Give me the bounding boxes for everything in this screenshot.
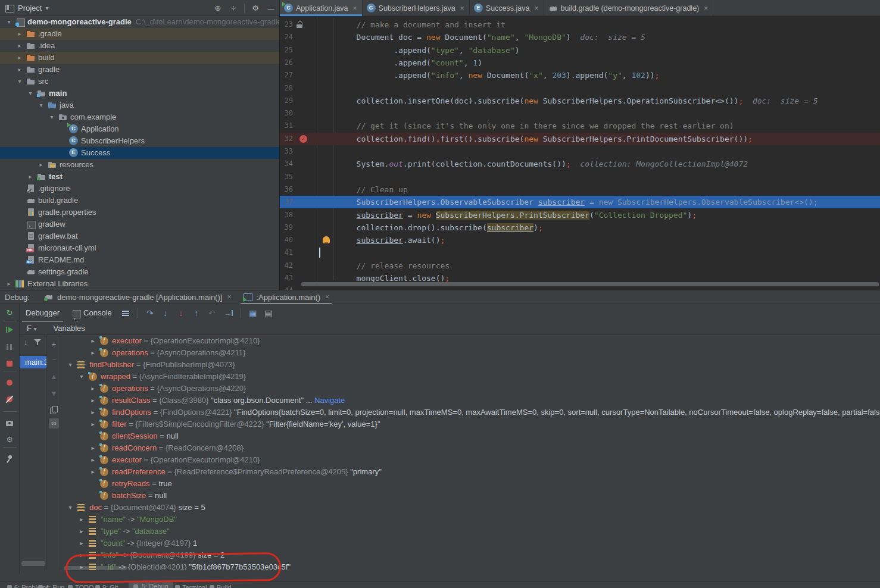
tree-row-success[interactable]: ESuccess <box>0 147 279 159</box>
code-line-42[interactable]: 42 // release resources <box>280 259 880 272</box>
toolwindow-button-5-debug[interactable]: 5: Debug <box>129 582 173 588</box>
variable-row-filter[interactable]: ▸ffilter = {Filters$SimpleEncodingFilter… <box>61 418 880 430</box>
pin-icon[interactable] <box>5 454 14 464</box>
move-up-icon[interactable]: ▲ <box>49 372 59 382</box>
code-line-30[interactable]: 30 <box>280 107 880 120</box>
scroll-down-icon[interactable]: ↓ <box>21 337 30 347</box>
thread-selector[interactable]: F ▾ <box>27 324 37 333</box>
chevron-down-icon[interactable]: ▾ <box>37 99 45 111</box>
filter-funnel-icon[interactable] <box>33 337 42 347</box>
chevron-right-icon[interactable]: ▸ <box>5 278 13 290</box>
chevron-right-icon[interactable]: ▸ <box>89 466 96 478</box>
editor-tab-build-gradle[interactable]: build.gradle (demo-mongoreactive-gradle)… <box>544 0 714 16</box>
tree-row-application[interactable]: CApplication <box>0 123 279 135</box>
hide-panel-icon[interactable]: — <box>266 4 276 13</box>
chevron-down-icon[interactable]: ▾ <box>5 16 13 28</box>
code-line-33[interactable]: 33 <box>280 145 880 158</box>
remove-watch-icon[interactable]: − <box>49 355 59 365</box>
code-line-32[interactable]: 32✓ collection.find().first().subscribe(… <box>280 133 880 145</box>
view-breakpoints-icon[interactable] <box>5 378 14 387</box>
chevron-right-icon[interactable]: ▸ <box>26 171 35 183</box>
chevron-down-icon[interactable]: ▾ <box>15 76 24 87</box>
tree-row-src[interactable]: ▾src <box>0 76 279 87</box>
frame-item-main[interactable]: main:3 <box>20 356 46 368</box>
variable-row-executor[interactable]: ▸fexecutor = {OperationExecutorImpl@4210… <box>61 454 880 466</box>
debug-tab-1[interactable]: demo-mongoreactive-gradle [Application.m… <box>38 290 237 304</box>
variable-row-operations[interactable]: ▸foperations = {AsyncOperations@4220} <box>61 383 880 395</box>
tree-row-resources[interactable]: ▸resources <box>0 159 279 171</box>
chevron-down-icon[interactable]: ▾ <box>48 111 56 123</box>
variable-row-readPreference[interactable]: ▸freadPreference = {ReadPreference$Prima… <box>61 466 880 478</box>
code-line-34[interactable]: 34 System.out.print(collection.countDocu… <box>280 158 880 170</box>
step-into-icon[interactable]: ↓ <box>158 308 173 318</box>
code-line-28[interactable]: 28 <box>280 82 880 95</box>
chevron-down-icon[interactable]: ▾ <box>78 371 85 383</box>
code-line-40[interactable]: 40 subscriber.await(); <box>280 234 880 246</box>
run-to-cursor-icon[interactable]: → <box>223 308 233 318</box>
variable-row-findOptions[interactable]: ▸ffindOptions = {FindOptions@4221} "Find… <box>61 406 880 418</box>
tab-debugger[interactable]: Debugger <box>20 304 65 322</box>
chevron-right-icon[interactable]: ▸ <box>78 514 85 526</box>
settings-gear-icon[interactable]: ⚙ <box>251 4 260 13</box>
variable-row-count[interactable]: ▸"count" -> {Integer@4197} 1 <box>61 537 880 549</box>
code-line-41[interactable]: 41 <box>280 246 880 259</box>
locate-file-icon[interactable]: ⊕ <box>213 4 223 13</box>
chevron-right-icon[interactable]: ▸ <box>37 159 45 171</box>
drop-frame-icon[interactable]: ↶ <box>204 308 220 318</box>
close-icon[interactable]: × <box>353 4 357 12</box>
variable-row-executor[interactable]: ▸fexecutor = {OperationExecutorImpl@4210… <box>61 335 880 347</box>
code-line-27[interactable]: 27 .append("info", new Document("x", 203… <box>280 69 880 82</box>
editor-horizontal-scrollbar[interactable] <box>301 282 879 286</box>
chevron-right-icon[interactable]: ▸ <box>89 347 96 359</box>
add-watch-icon[interactable]: + <box>49 340 59 350</box>
variable-row-clientSession[interactable]: fclientSession = null <box>61 430 880 442</box>
code-line-26[interactable]: 26 .append("count", 1) <box>280 57 880 69</box>
menu-icon[interactable] <box>121 308 130 318</box>
tree-row-gradlew-bat[interactable]: gradlew.bat <box>0 230 279 242</box>
chevron-right-icon[interactable]: ▸ <box>15 28 24 40</box>
chevron-down-icon[interactable]: ▾ <box>67 502 74 514</box>
chevron-right-icon[interactable]: ▸ <box>89 335 96 347</box>
code-line-38[interactable]: 38 subscriber = new SubscriberHelpers.Pr… <box>280 209 880 221</box>
tree-row--gradle[interactable]: ▸.gradle <box>0 28 279 40</box>
close-icon[interactable]: × <box>227 293 231 301</box>
thread-dump-camera-icon[interactable] <box>5 418 14 428</box>
resume-icon[interactable] <box>5 326 14 335</box>
chevron-right-icon[interactable]: ▸ <box>15 52 24 64</box>
tree-row--gitignore[interactable]: .gitignore <box>0 183 279 195</box>
chevron-right-icon[interactable]: ▸ <box>15 64 24 76</box>
toolwindow-button-terminal[interactable]: Terminal <box>174 584 207 588</box>
tree-row-test[interactable]: ▸test <box>0 171 279 183</box>
toolwindow-button-9-git[interactable]: 9: Git <box>94 584 118 588</box>
code-line-29[interactable]: 29 collection.insertOne(doc).subscribe(n… <box>280 95 880 107</box>
code-line-25[interactable]: 25 .append("type", "database") <box>280 44 880 57</box>
layout-settings-icon[interactable]: ▤ <box>261 308 276 318</box>
variable-row-doc[interactable]: ▾doc = {Document@4074} size = 5 <box>61 502 880 514</box>
chevron-down-icon[interactable]: ▾ <box>67 359 74 371</box>
stop-icon[interactable] <box>5 359 14 368</box>
tree-row-gradle-properties[interactable]: gradle.properties <box>0 207 279 218</box>
collapse-all-icon[interactable]: ÷ <box>229 4 238 13</box>
toolwindow-button-build[interactable]: Build <box>208 584 231 588</box>
tab-console[interactable]: Console <box>65 304 118 322</box>
tree-row--idea[interactable]: ▸.idea <box>0 40 279 52</box>
move-down-icon[interactable]: ▼ <box>49 389 59 399</box>
mute-breakpoints-icon[interactable] <box>5 395 14 404</box>
chevron-right-icon[interactable]: ▸ <box>89 454 96 466</box>
tree-row-micronaut-cli-yml[interactable]: YMLmicronaut-cli.yml <box>0 242 279 254</box>
force-step-into-icon[interactable]: ↓ <box>173 308 189 318</box>
code-editor[interactable]: 23 // make a document and insert it24 Do… <box>280 16 880 290</box>
tree-row-gradle[interactable]: ▸gradle <box>0 64 279 76</box>
variable-row-findPublisher[interactable]: ▾findPublisher = {FindPublisherImpl@4073… <box>61 359 880 371</box>
chevron-right-icon[interactable]: ▸ <box>89 383 96 395</box>
chevron-right-icon[interactable]: ▸ <box>89 442 96 454</box>
chevron-right-icon[interactable]: ▸ <box>78 526 85 537</box>
variable-row-batchSize[interactable]: fbatchSize = null <box>61 490 880 502</box>
code-line-31[interactable]: 31 // get it (since it's the only one in… <box>280 120 880 132</box>
chevron-down-icon[interactable]: ▾ <box>26 87 35 99</box>
tree-row-subscriberhelpers[interactable]: CSubscriberHelpers <box>0 135 279 147</box>
code-line-36[interactable]: 36 // Clean up <box>280 183 880 196</box>
close-icon[interactable]: × <box>704 4 708 12</box>
chevron-right-icon[interactable]: ▸ <box>78 537 85 549</box>
rerun-icon[interactable]: ↻ <box>5 308 14 318</box>
